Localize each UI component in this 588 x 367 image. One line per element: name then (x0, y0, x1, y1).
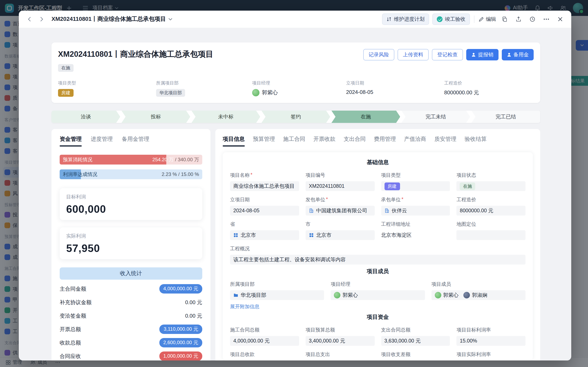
stage-step[interactable]: 签约 (262, 111, 330, 123)
owner-input[interactable]: 中国建筑集团有限公司 (306, 206, 375, 216)
city-input[interactable]: 北京市 (306, 230, 375, 240)
tab[interactable]: 预算管理 (253, 135, 275, 147)
tab[interactable]: 支出合同 (344, 135, 366, 147)
department-input[interactable]: 华北项目部 (230, 290, 324, 300)
stage-step[interactable]: 完工已结 (471, 111, 540, 123)
tab[interactable]: 费用管理 (374, 135, 396, 147)
next-record-button[interactable] (37, 14, 47, 24)
stage-step[interactable]: 洽谈 (51, 111, 120, 123)
tab[interactable]: 进度管理 (91, 135, 113, 147)
tab[interactable]: 验收结算 (465, 135, 487, 147)
department-tag: 华北项目部 (156, 89, 185, 97)
project-type-tag: 房建 (58, 89, 74, 97)
contractor-input[interactable]: 伙伴云 (381, 206, 450, 216)
money-row-label: 主合同金额 (60, 285, 86, 292)
fund-field-value[interactable]: 4,000,000.00 元 (230, 336, 299, 346)
start-date-input[interactable]: 2024-08-05 (230, 206, 299, 216)
history-clock-icon[interactable] (527, 14, 538, 25)
fund-field-label: 项目目标利润率 (457, 326, 526, 334)
avatar (334, 292, 341, 298)
fund-field-value[interactable]: 3,630,000.00 元 (381, 336, 450, 346)
contractor-name: 伙伴云 (392, 207, 407, 214)
copy-icon[interactable] (499, 14, 510, 25)
upload-files-button[interactable]: 上传资料 (398, 49, 429, 60)
money-row[interactable]: 补充协议金额 0.00 元 (60, 296, 202, 309)
money-row-label: 合同应收 (60, 352, 81, 360)
project-detail-modal: XM2024110801丨商业综合体施工总承包项目 维护进度计划 竣工验收 编辑 (19, 11, 571, 360)
money-row-value: 2,600,000.00 元 (159, 338, 202, 347)
stage-step[interactable]: 未中标 (191, 111, 260, 123)
grid-icon (309, 233, 314, 238)
money-row-value: 1,000,000.00 元 (159, 351, 202, 360)
tab[interactable]: 施工合同 (283, 135, 305, 147)
fund-field-label: 项目总支出 (306, 351, 375, 358)
money-row-value: 0.00 元 (185, 299, 202, 306)
share-icon[interactable] (513, 14, 524, 25)
manager-input[interactable]: 郭紫心 (331, 290, 425, 300)
tab[interactable]: 产值洽商 (404, 135, 426, 147)
project-status-input[interactable]: 在施 (457, 181, 526, 191)
money-row-value: 3,110,000.00 元 (160, 325, 202, 334)
stage-step[interactable]: 投标 (122, 111, 190, 123)
fund-field: 施工合同总额 4,000,000.00 元 (230, 326, 299, 346)
tab[interactable]: 开票收款 (313, 135, 335, 147)
fund-field: 项目收支差额 57,950.00 元 (381, 351, 450, 360)
maintain-schedule-button[interactable]: 维护进度计划 (382, 14, 429, 25)
submit-expense-button[interactable]: 提报销 (466, 49, 498, 60)
record-risk-button[interactable]: 记录风险 (363, 49, 394, 60)
overview-input[interactable]: 该工程主要包括土建工程、设备安装和调试等内容 (230, 255, 526, 265)
money-row[interactable]: 收款总额 2,600,000.00 元 (60, 336, 202, 350)
submit-expense-label: 提报销 (478, 51, 494, 58)
tab[interactable]: 备用金管理 (122, 135, 149, 147)
project-name-input[interactable]: 商业综合体施工总承包项目 (230, 181, 299, 191)
folder-icon (233, 293, 238, 298)
edit-button[interactable]: 编辑 (478, 16, 496, 23)
project-type-input[interactable]: 房建 (381, 181, 450, 191)
completion-accept-button[interactable]: 竣工验收 (432, 14, 470, 25)
project-no-input[interactable]: XM2024110801 (306, 181, 375, 191)
tab[interactable]: 资金管理 (60, 135, 82, 147)
province-input[interactable]: 北京市 (230, 230, 299, 240)
section-title-funds: 项目资金 (230, 314, 526, 321)
prev-record-button[interactable] (25, 14, 34, 24)
money-row[interactable]: 变洽签金额 0.00 元 (60, 309, 202, 323)
field-cost: 工程造价 8000000.00 元 (457, 196, 526, 216)
petty-cash-button[interactable]: 备用金 (502, 49, 534, 60)
money-rows: 主合同金额 4,000,000.00 元 补充协议金额 0.00 元 变洽签金额 (60, 282, 202, 360)
register-check-button[interactable]: 登记检查 (432, 49, 463, 60)
fund-field-value[interactable]: 3,400,000.00 元 (306, 336, 375, 346)
field-city: 市 北京市 (306, 221, 375, 240)
manager-name: 郭紫心 (262, 89, 278, 96)
close-icon[interactable] (555, 14, 565, 25)
fund-field-label: 项目实际利润率 (457, 351, 526, 358)
money-row[interactable]: 开票总额 3,110,000.00 元 (60, 323, 202, 336)
department-name: 华北项目部 (241, 292, 266, 299)
project-header-card: XM2024110801丨商业综合体施工总承包项目 在施 记录风险 上传资料 登… (51, 42, 540, 103)
building-icon (384, 208, 389, 213)
tab[interactable]: 项目信息 (223, 135, 245, 147)
income-stats-button[interactable]: 收入统计 (60, 267, 202, 280)
money-row-label: 收款总额 (60, 339, 81, 346)
avatar (463, 292, 470, 298)
title-chevron-down-icon[interactable] (168, 18, 172, 21)
required-marker: * (401, 196, 403, 203)
team-members-input[interactable]: 郭紫心 郭淑娴 (431, 290, 526, 300)
money-row[interactable]: 主合同金额 4,000,000.00 元 (60, 282, 202, 296)
expand-extra-info-link[interactable]: 展开附加信息 (230, 303, 259, 310)
more-options-icon[interactable] (541, 14, 552, 25)
tab[interactable]: 质安管理 (434, 135, 456, 147)
address-value[interactable]: 北京市海淀区 (381, 230, 450, 240)
required-marker: * (326, 196, 328, 203)
fund-field-value[interactable]: 15.00% (457, 336, 526, 346)
target-profit-value: 600,000 (66, 203, 196, 216)
stage-step[interactable]: 在施 (331, 111, 400, 123)
field-department: 所属项目部 华北项目部 展开附加信息 (230, 281, 324, 310)
money-row[interactable]: 合同应收 1,000,000.00 元 (60, 350, 202, 360)
target-profit-card: 目标利润 600,000 (60, 188, 202, 220)
field-province: 省 北京市 (230, 221, 299, 240)
stage-step-label: 完工未结 (426, 113, 446, 120)
stage-step[interactable]: 完工未结 (401, 111, 470, 123)
map-input[interactable] (457, 230, 526, 240)
cost-input[interactable]: 8000000.00 元 (457, 206, 526, 216)
field-cost: 工程造价 8000000.00 元 (444, 80, 534, 97)
